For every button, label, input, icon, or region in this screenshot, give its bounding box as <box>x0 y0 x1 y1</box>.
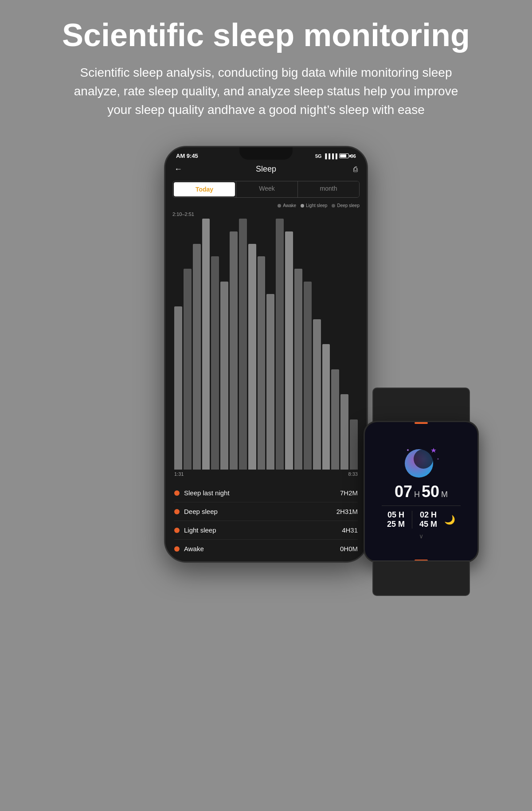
moon-svg <box>399 443 443 479</box>
sleep-bar <box>239 219 247 470</box>
stat-left-1: Deep sleep <box>174 508 218 515</box>
status-icons: 5G ▐▐▐▐ 96 <box>315 153 356 159</box>
stat-value-0: 7H2M <box>340 489 358 497</box>
watch-sub-stat-2: 02 H 45 M <box>419 510 437 529</box>
phone-screen: AM 9:45 5G ▐▐▐▐ 96 ← Sleep ⎙ <box>165 147 367 561</box>
watch-main-display: 07 H 50 M <box>395 482 448 501</box>
sleep-bar <box>220 282 228 470</box>
stat-row-0: Sleep last night 7H2M <box>174 484 358 502</box>
sleep-bar <box>331 369 339 470</box>
page-title: Scientific sleep monitoring <box>62 18 470 53</box>
phone-notch <box>239 147 293 160</box>
sleep-bar <box>304 282 312 470</box>
watch-mockup: 07 H 50 M 05 H 25 M 02 H 45 M <box>364 421 479 563</box>
phone-body: AM 9:45 5G ▐▐▐▐ 96 ← Sleep ⎙ <box>164 146 368 563</box>
legend-deep: Deep sleep <box>332 203 360 208</box>
watch-minutes: 50 <box>422 482 439 501</box>
legend-deep-dot <box>332 204 335 208</box>
chart-legend: Awake Light sleep Deep sleep <box>165 201 367 210</box>
stat-left-0: Sleep last night <box>174 489 230 497</box>
battery-percent: 96 <box>351 153 356 159</box>
watch-sub-stat2-m: 45 M <box>419 520 437 529</box>
sleep-bar <box>248 244 256 470</box>
stat-row-1: Deep sleep 2H31M <box>174 502 358 521</box>
app-title: Sleep <box>256 165 276 174</box>
stat-left-3: Awake <box>174 545 204 552</box>
watch-screen: 07 H 50 M 05 H 25 M 02 H 45 M <box>365 422 477 561</box>
sleep-stats: Sleep last night 7H2M Deep sleep 2H31M <box>165 480 367 561</box>
status-time: AM 9:45 <box>176 153 198 159</box>
legend-deep-label: Deep sleep <box>337 203 360 208</box>
stat-dot-3 <box>174 546 180 552</box>
svg-point-1 <box>414 449 433 469</box>
tab-week[interactable]: Week <box>236 181 297 197</box>
stat-label-1: Deep sleep <box>184 508 218 515</box>
watch-crown <box>477 485 479 498</box>
tab-month[interactable]: month <box>297 181 359 197</box>
watch-hours: 07 <box>395 482 412 501</box>
sleep-bar <box>202 219 210 470</box>
sleep-bar <box>294 269 302 470</box>
sleep-bar <box>276 219 284 470</box>
watch-h-unit: H <box>414 490 420 499</box>
back-button[interactable]: ← <box>174 165 182 174</box>
moon-graphic <box>399 443 443 479</box>
watch-sub-stat-1: 05 H 25 M <box>387 510 405 529</box>
sleep-bar <box>230 231 238 470</box>
chart-range-label: 2:10–2:51 <box>172 212 360 217</box>
watch-body: 07 H 50 M 05 H 25 M 02 H 45 M <box>364 421 479 563</box>
watch-m-unit: M <box>441 490 448 499</box>
battery-fill <box>340 154 346 157</box>
stat-left-2: Light sleep <box>174 526 216 534</box>
watch-band-bottom <box>372 560 470 596</box>
phone-mockup: AM 9:45 5G ▐▐▐▐ 96 ← Sleep ⎙ <box>164 146 368 563</box>
share-icon[interactable]: ⎙ <box>353 165 358 173</box>
sleep-bar <box>266 294 274 470</box>
svg-point-3 <box>407 449 409 451</box>
legend-awake-dot <box>278 204 281 208</box>
sleep-bar <box>258 256 266 470</box>
sleep-bar <box>350 419 358 470</box>
sleep-bar <box>193 244 201 470</box>
watch-chevron-icon: ∨ <box>419 533 423 540</box>
chart-time-start: 1:31 <box>174 471 184 477</box>
devices-container: AM 9:45 5G ▐▐▐▐ 96 ← Sleep ⎙ <box>27 146 505 563</box>
legend-awake: Awake <box>278 203 296 208</box>
stat-value-2: 4H31 <box>342 526 358 534</box>
tab-bar: Today Week month <box>172 181 360 198</box>
stat-label-3: Awake <box>184 545 204 552</box>
legend-light: Light sleep <box>301 203 327 208</box>
chart-canvas <box>172 219 360 470</box>
sleep-bar <box>313 319 321 470</box>
signal-icon: ▐▐▐▐ <box>324 153 337 159</box>
sleep-bar <box>174 306 182 470</box>
battery-icon <box>339 153 349 158</box>
sleep-bar <box>184 269 192 470</box>
watch-band-top <box>372 388 470 423</box>
watch-divider <box>382 505 461 506</box>
legend-light-dot <box>301 204 304 208</box>
sleep-bar <box>322 344 330 470</box>
stat-dot-2 <box>174 528 180 533</box>
chart-time-labels: 1:31 8:33 <box>172 470 360 480</box>
svg-marker-2 <box>431 448 436 453</box>
sleep-bar <box>285 231 293 470</box>
stat-row-3: Awake 0H0M <box>174 540 358 558</box>
stat-label-0: Sleep last night <box>184 489 230 497</box>
svg-point-4 <box>438 458 439 460</box>
stat-value-1: 2H31M <box>336 508 358 515</box>
watch-sub-stats: 05 H 25 M 02 H 45 M 🌙 <box>387 510 455 529</box>
stat-label-2: Light sleep <box>184 526 216 534</box>
network-icon: 5G <box>315 153 322 159</box>
sleep-bars <box>172 219 360 470</box>
watch-vertical-divider <box>412 511 412 529</box>
watch-sub-stat1-h: 05 H <box>387 510 404 520</box>
legend-light-label: Light sleep <box>306 203 327 208</box>
small-moon-icon: 🌙 <box>444 514 455 525</box>
tab-today[interactable]: Today <box>174 182 235 196</box>
watch-accent-top <box>415 422 428 424</box>
chart-time-end: 8:33 <box>348 471 358 477</box>
app-header: ← Sleep ⎙ <box>165 161 367 177</box>
sleep-bar <box>211 256 219 470</box>
legend-awake-label: Awake <box>283 203 296 208</box>
